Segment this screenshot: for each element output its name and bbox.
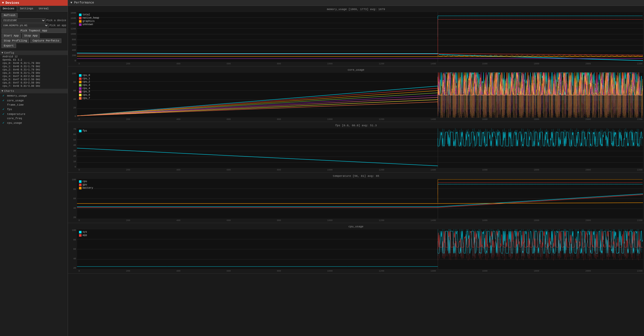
config-item: OpenGL ES 3.2 [0,58,68,62]
pick-topmost-button[interactable]: Pick Topmost App [2,28,66,33]
charts-list-item[interactable]: ✓core_usage [0,98,68,103]
chart-title-core_usage: core_usage [69,68,643,71]
app-select[interactable]: com.miHoYo.ys.mi [2,23,49,28]
chart-title-fps: fps [0.0, 60.0] avg: 51.3 [69,124,643,127]
legend-color [79,91,82,93]
legend-label: cpu_1 [83,77,90,80]
main-content: ▼ Performance memory_usage [1069, 1773] … [68,0,644,336]
config-triangle: ▼ [2,51,3,54]
x-axis-labels: 0200400600800100012001400160018002000220… [78,118,643,121]
check-icon: ✓ [3,121,6,125]
chart-legend: cpugpubattery [79,180,93,189]
refresh-button[interactable]: Refresh [2,13,18,18]
charts-label: Charts [4,90,14,93]
legend-item: cpu_3 [79,84,90,87]
config-item: cpu_7: 0x48 0.81~3.00 GHz [0,85,68,88]
chart-item-label: temperature [7,113,25,116]
config-item: cpu_5: 0x47 0.63~2.50 GHz [0,78,68,81]
x-axis-labels: 0200400600800100012001400160018002000220… [78,270,643,272]
legend-color [79,23,82,26]
legend-label: battery [83,187,93,189]
sidebar-title: Devices [6,1,19,5]
chart-legend: fps [79,130,87,132]
legend-item: fps [79,130,87,132]
tab-settings[interactable]: Settings [17,6,36,11]
legend-color [79,87,82,90]
legend-label: cpu_4 [83,87,90,90]
performance-title: ▼ Performance [70,1,94,5]
legend-color [79,77,82,80]
chart-memory_usage: memory_usage [1069, 1773] avg: 167918001… [68,6,644,66]
charts-area: memory_usage [1069, 1773] avg: 167918001… [68,6,644,274]
sidebar-title-bar: ▼ Devices [0,0,68,6]
chart-legend: sysapp [79,231,87,237]
charts-list-item[interactable]: frame_time [0,103,68,107]
legend-label: unknown [83,23,93,26]
start-app-button[interactable]: Start App [2,33,21,38]
chart-canvas [77,229,643,269]
chart-item-label: core_usage [7,99,24,102]
legend-color [79,231,82,233]
tab-devices[interactable]: Devices [0,6,17,11]
legend-item: unknown [79,23,99,26]
legend-label: sys [83,231,87,233]
check-icon: ✓ [3,99,6,102]
charts-list-item[interactable]: ✓fps [0,107,68,112]
config-list: Android 12OpenGL ES 3.2cpu_0: 0x46 0.31~… [0,55,68,88]
chart-canvas-area: cpu_0cpu_1cpu_2cpu_3cpu_4cpu_5cpu_6cpu_7 [77,72,643,118]
device-select[interactable]: 21121210C [2,18,46,23]
capture-perfetto-button[interactable]: Capture Perfetto [30,38,61,43]
legend-color [79,20,82,23]
legend-label: fps [83,130,87,132]
chart-canvas [77,72,643,118]
charts-list-item[interactable]: ✓memory_usage [0,93,68,98]
legend-label: cpu_7 [83,97,90,100]
config-item: cpu_3: 0x46 0.31~1.79 GHz [0,71,68,75]
x-axis-labels: 0200400600800100012001400160018002000220… [78,169,643,171]
legend-label: cpu_3 [83,84,90,87]
chart-canvas-area: cpugpubattery [77,179,643,219]
legend-item: cpu_2 [79,80,90,83]
device-pick-label: Pick a device [47,19,66,22]
x-axis-row: 0200400600800100012001400160018002000220… [78,168,643,171]
chart-canvas-area: fps [77,128,643,168]
legend-item: cpu_6 [79,94,90,96]
chart-canvas [77,12,643,62]
y-axis: 100806040200 [69,72,77,118]
performance-header: ▼ Performance [68,0,644,6]
y-axis: 180016001400120010008006004002000 [69,12,77,62]
charts-list-item[interactable]: ✓cpu_usage [0,120,68,125]
chart-canvas [77,128,643,168]
app-pick-label: Pick an app [50,24,66,27]
export-button[interactable]: Export [2,44,16,48]
x-axis-labels: 0200400600800100012001400160018002000220… [78,219,643,222]
chart-item-label: cpu_usage [7,121,22,124]
legend-label: app [83,234,87,237]
config-item: cpu_2: 0x46 0.31~1.79 GHz [0,68,68,71]
chart-fps: fps [0.0, 60.0] avg: 51.3706050403020100… [68,122,644,173]
stop-app-button[interactable]: Stop App [22,33,40,38]
config-item: cpu_0: 0x46 0.31~1.79 GHz [0,62,68,65]
legend-item: cpu [79,180,93,183]
charts-list-item[interactable]: ✓temperature [0,112,68,116]
legend-label: cpu_6 [83,94,90,96]
charts-section-header: ▼ Charts [0,89,68,93]
check-icon: ✓ [3,107,6,111]
chart-title-memory_usage: memory_usage [1069, 1773] avg: 1679 [69,8,643,11]
stop-profiling-button[interactable]: Stop Profiling [2,38,29,43]
legend-color [79,97,82,100]
sidebar-tabs: Devices Settings Unreal [0,6,68,12]
device-row: 21121210C Pick a device [2,18,66,23]
chart-item-label: core_freq [7,117,22,120]
legend-item: cpu_1 [79,77,90,80]
legend-item: app [79,234,87,237]
legend-item: battery [79,187,93,189]
chart-canvas [77,179,643,219]
charts-list: ✓memory_usage✓core_usage frame_time✓fps✓… [0,93,68,125]
check-icon: ✓ [3,112,6,116]
chart-title-cpu_usage: cpu_usage [69,225,643,228]
tab-unreal[interactable]: Unreal [36,6,52,11]
config-item: cpu_4: 0x47 0.63~2.50 GHz [0,75,68,78]
charts-list-item[interactable]: core_freq [0,116,68,120]
chart-canvas-area: sysapp [77,229,643,269]
